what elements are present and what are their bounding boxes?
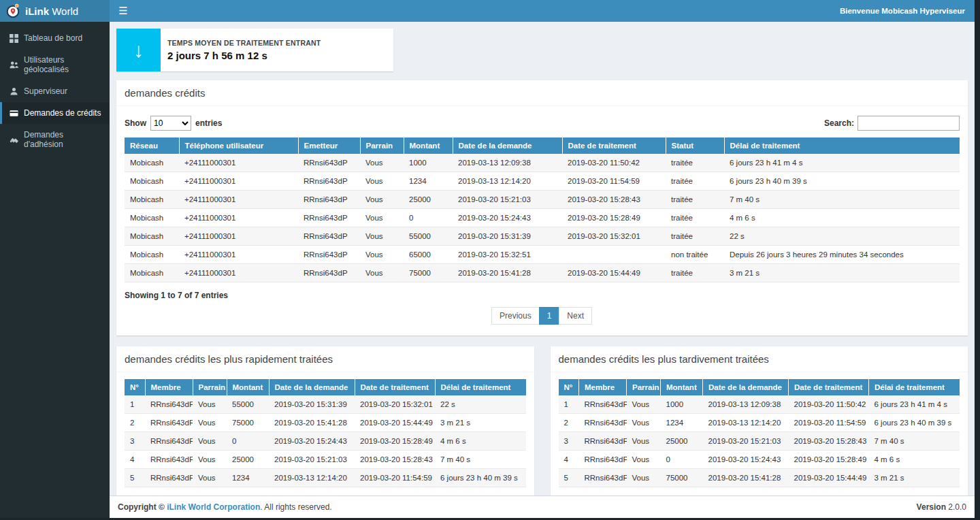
column-header-montant[interactable]: Montant xyxy=(404,137,453,154)
table-cell: RRnsi643dP xyxy=(579,469,627,487)
table-cell: 2019-03-20 15:24:43 xyxy=(703,451,789,469)
table-row[interactable]: Mobicash+24111000301RRnsi643dPVous550002… xyxy=(125,227,960,246)
slowest-treated-panel: demandes crédits les plus tardivement tr… xyxy=(551,346,968,495)
column-header-date-demande[interactable]: Date de la demande xyxy=(453,137,562,154)
table-cell: 25000 xyxy=(661,432,703,451)
table-cell: RRnsi643dP xyxy=(145,414,193,432)
table-cell: 2019-03-20 15:21:03 xyxy=(453,191,562,209)
previous-page-button[interactable]: Previous xyxy=(491,307,540,325)
pagination: Previous 1 Next xyxy=(125,307,960,325)
page-1-button[interactable]: 1 xyxy=(539,307,560,325)
table-cell: Vous xyxy=(627,414,661,432)
table-cell: 2019-03-20 11:50:42 xyxy=(562,154,666,172)
table-cell: Vous xyxy=(360,209,404,227)
table-cell: traitée xyxy=(666,209,724,227)
copyright-suffix: . All rights reserved. xyxy=(260,502,331,512)
column-header-parrain[interactable]: Parrain xyxy=(193,379,227,395)
table-cell: 2019-03-20 15:32:01 xyxy=(355,395,435,414)
column-header-membre[interactable]: Membre xyxy=(145,379,193,395)
sidebar-toggle-button[interactable]: ☰ xyxy=(110,0,137,22)
table-row[interactable]: 2RRnsi643dPVous750002019-03-20 15:41:282… xyxy=(125,414,526,432)
column-header-montant[interactable]: Montant xyxy=(227,379,269,395)
table-row[interactable]: 2RRnsi643dPVous12342019-03-13 12:14:2020… xyxy=(559,414,960,432)
table-row[interactable]: 4RRnsi643dPVous250002019-03-20 15:21:032… xyxy=(125,451,526,469)
table-cell: Mobicash xyxy=(125,154,179,172)
table-row[interactable]: Mobicash+24111000301RRnsi643dPVous650002… xyxy=(125,246,960,264)
column-header-parrain[interactable]: Parrain xyxy=(360,137,404,154)
table-cell: 6 jours 23 h 40 m 39 s xyxy=(435,469,526,487)
column-header-date-demande[interactable]: Date de la demande xyxy=(703,379,789,395)
sidebar-item-superviseur[interactable]: Superviseur xyxy=(0,80,110,102)
table-row[interactable]: 5RRnsi643dPVous12342019-03-13 12:14:2020… xyxy=(125,469,526,487)
column-header-date-demande[interactable]: Date de la demande xyxy=(269,379,355,395)
table-row[interactable]: 3RRnsi643dPVous02019-03-20 15:24:432019-… xyxy=(125,432,526,451)
table-cell: 7 m 40 s xyxy=(724,191,960,209)
sidebar-item-demandes-adhesion[interactable]: Demandes d'adhésion xyxy=(0,124,110,155)
column-header-delai[interactable]: Délai de traitement xyxy=(435,379,526,395)
table-row[interactable]: Mobicash+24111000301RRnsi643dPVous250002… xyxy=(125,191,960,209)
table-cell: 6 jours 23 h 40 m 39 s xyxy=(724,172,960,191)
company-link[interactable]: iLink World Corporation xyxy=(167,502,260,512)
table-row[interactable]: 1RRnsi643dPVous10002019-03-13 12:09:3820… xyxy=(559,395,960,414)
column-header-date-traitement[interactable]: Date de traitement xyxy=(562,137,666,154)
column-header-num[interactable]: N° xyxy=(559,379,579,395)
credits-table-body: Mobicash+24111000301RRnsi643dPVous100020… xyxy=(125,154,960,282)
table-row[interactable]: 5RRnsi643dPVous750002019-03-20 15:41:282… xyxy=(559,469,960,487)
table-cell: 5 xyxy=(125,469,145,487)
slowest-treated-table: N° Membre Parrain Montant Date de la dem… xyxy=(559,379,960,487)
brand[interactable]: iLink World xyxy=(0,0,110,22)
table-row[interactable]: Mobicash+24111000301RRnsi643dPVous02019-… xyxy=(125,209,960,227)
table-row[interactable]: Mobicash+24111000301RRnsi643dPVous100020… xyxy=(125,154,960,172)
column-header-telephone[interactable]: Téléphone utilisateur xyxy=(179,137,298,154)
table-row[interactable]: 4RRnsi643dPVous02019-03-20 15:24:432019-… xyxy=(559,451,960,469)
column-header-statut[interactable]: Statut xyxy=(666,137,724,154)
column-header-membre[interactable]: Membre xyxy=(579,379,627,395)
column-header-montant[interactable]: Montant xyxy=(661,379,703,395)
table-row[interactable]: 3RRnsi643dPVous250002019-03-20 15:21:032… xyxy=(559,432,960,451)
table-cell: 2019-03-20 15:24:43 xyxy=(453,209,562,227)
slowest-table-body: 1RRnsi643dPVous10002019-03-13 12:09:3820… xyxy=(559,395,960,487)
table-cell: 2019-03-13 12:14:20 xyxy=(269,469,355,487)
table-row[interactable]: 1RRnsi643dPVous550002019-03-20 15:31:392… xyxy=(125,395,526,414)
search-input[interactable] xyxy=(858,116,960,131)
page-length-control: Show 10 entries xyxy=(125,116,222,131)
supervisor-icon xyxy=(10,87,18,96)
main-header: iLink World ☰ Bienvenue Mobicash Hypervi… xyxy=(0,0,975,22)
next-page-button[interactable]: Next xyxy=(559,307,592,325)
table-cell: Vous xyxy=(360,246,404,264)
table-cell: 6 jours 23 h 41 m 4 s xyxy=(869,395,960,414)
page-length-select[interactable]: 10 xyxy=(150,116,191,131)
column-header-delai[interactable]: Délai de traitement xyxy=(724,137,960,154)
table-cell: Vous xyxy=(193,469,227,487)
table-cell: Vous xyxy=(193,451,227,469)
column-header-delai[interactable]: Délai de traitement xyxy=(869,379,960,395)
table-cell: 2019-03-20 11:50:42 xyxy=(789,395,869,414)
table-row[interactable]: Mobicash+24111000301RRnsi643dPVous123420… xyxy=(125,172,960,191)
table-row[interactable]: Mobicash+24111000301RRnsi643dPVous750002… xyxy=(125,264,960,282)
table-cell: 1000 xyxy=(404,154,453,172)
search-label: Search: xyxy=(824,118,854,128)
column-header-reseau[interactable]: Réseau xyxy=(125,137,179,154)
table-cell: Vous xyxy=(627,395,661,414)
sidebar-item-demandes-de-credits[interactable]: Demandes de crédits xyxy=(0,102,110,124)
sidebar-item-tableau-de-bord[interactable]: Tableau de bord xyxy=(0,27,110,49)
table-cell: 65000 xyxy=(404,246,453,264)
column-header-parrain[interactable]: Parrain xyxy=(627,379,661,395)
sidebar-item-utilisateurs-geolocalises[interactable]: Utilisateurs géolocalisés xyxy=(0,49,110,80)
column-header-date-traitement[interactable]: Date de traitement xyxy=(355,379,435,395)
table-cell: 2019-03-20 15:28:43 xyxy=(789,432,869,451)
column-header-date-traitement[interactable]: Date de traitement xyxy=(789,379,869,395)
arrow-down-icon: ↓ xyxy=(116,29,161,71)
entries-label: entries xyxy=(195,118,222,128)
search-control: Search: xyxy=(824,116,960,131)
copyright-text: Copyright © iLink World Corporation. All… xyxy=(118,502,332,512)
geolocated-users-icon xyxy=(10,61,18,69)
table-cell: 3 xyxy=(125,432,145,451)
table-cell: Vous xyxy=(360,154,404,172)
column-header-num[interactable]: N° xyxy=(125,379,145,395)
table-cell: traitée xyxy=(666,227,724,246)
brand-name-light: World xyxy=(52,5,78,17)
column-header-emetteur[interactable]: Emetteur xyxy=(298,137,360,154)
table-cell: Vous xyxy=(193,432,227,451)
table-cell: Mobicash xyxy=(125,191,179,209)
